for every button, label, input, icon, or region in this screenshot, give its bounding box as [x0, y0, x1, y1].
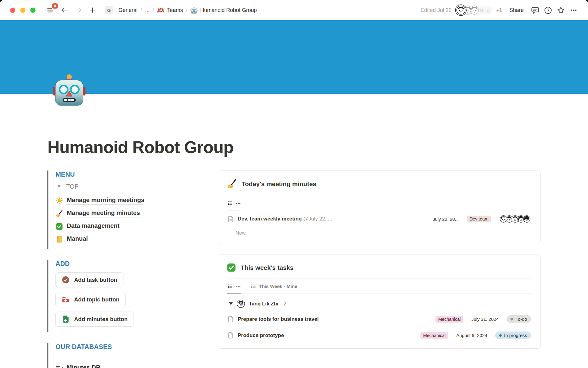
presence-overflow-count[interactable]: +1 [496, 7, 502, 13]
view-tab-default[interactable]: --- [227, 278, 241, 293]
menu-header: MENU [55, 171, 189, 178]
task-tag[interactable]: Mechanical [435, 316, 463, 323]
menu-link-label: Data management [67, 222, 119, 230]
add-task-button-label: Add task button [74, 277, 117, 283]
status-badge-todo[interactable]: To-do [507, 315, 531, 323]
favorite-button[interactable] [554, 4, 567, 16]
new-tab-button[interactable] [87, 5, 98, 16]
view-tab-default[interactable]: --- [227, 195, 241, 210]
comments-button[interactable] [529, 4, 541, 16]
menu-link-meeting-minutes[interactable]: Manage meeting minutes [55, 209, 189, 217]
databases-header: OUR DATABASES [55, 343, 189, 351]
page-title[interactable]: Humanoid Robot Group [47, 137, 541, 157]
add-minutes-button[interactable]: Add minutes button [55, 312, 134, 327]
ellipsis-icon [570, 6, 578, 14]
page-icon-robot[interactable] [52, 73, 86, 107]
menu-link-top[interactable]: TOP [55, 183, 189, 191]
minimize-window-button[interactable] [20, 8, 25, 13]
back-button[interactable] [59, 5, 70, 16]
presence-avatar-stack: M D [456, 6, 492, 15]
menu-link-morning-meetings[interactable]: Manage morning meetings [55, 197, 189, 205]
view-tab-label: --- [236, 201, 241, 206]
breadcrumb-workspace[interactable]: G General [101, 5, 139, 16]
divider [55, 357, 189, 357]
avatar-initial-d[interactable]: D [483, 6, 492, 15]
task-check-circle-icon [62, 276, 70, 284]
menu-link-manual[interactable]: Manual [55, 235, 189, 243]
check-mark-icon [227, 263, 236, 272]
arrow-left-icon [61, 6, 68, 14]
card-title[interactable]: This week's tasks [241, 264, 293, 271]
database-link-minutes-db[interactable]: Minutes DB [55, 364, 189, 368]
databases-section: OUR DATABASES Minutes DB [47, 343, 189, 368]
page-body: Humanoid Robot Group MENU TOP Manage mor… [0, 137, 588, 368]
task-tag[interactable]: Mechanical [420, 332, 448, 339]
breadcrumb-separator: / [186, 7, 187, 13]
more-options-button[interactable] [567, 4, 580, 16]
avatar-active-user[interactable] [456, 6, 466, 15]
view-tab-label: This Week - Mine [259, 284, 297, 289]
view-tab-this-week-mine[interactable]: This Week - Mine [250, 278, 298, 293]
notification-badge: 4 [52, 3, 58, 9]
notion-window: 4 G General / ... / Teams / H [0, 0, 588, 368]
group-task-count: 2 [284, 301, 286, 307]
task-title: Produce prototype [238, 332, 284, 339]
close-window-button[interactable] [10, 8, 15, 13]
flag-icon [56, 184, 62, 190]
task-due-date: July 31, 2024 [471, 316, 499, 322]
add-minutes-button-label: Add minutes button [74, 316, 128, 323]
breadcrumb-collapsed[interactable]: ... [144, 6, 151, 15]
menu-link-label: Manage meeting minutes [67, 209, 140, 217]
comment-bubble-icon [531, 6, 539, 14]
card-title[interactable]: Today's meeting minutes [242, 180, 316, 188]
window-toolbar: 4 G General / ... / Teams / H [0, 0, 588, 20]
task-title: Prepare tools for business travel [238, 316, 319, 322]
assignee-avatar-icon [237, 300, 245, 308]
right-column: Today's meeting minutes --- Dev. team we… [218, 171, 541, 359]
status-dot [499, 334, 502, 337]
menu-link-label: TOP [66, 183, 79, 191]
forward-button[interactable] [73, 5, 84, 16]
meeting-date-mention: @July 22, ... [303, 216, 332, 222]
share-button[interactable]: Share [506, 5, 527, 15]
sun-icon [55, 197, 63, 205]
teams-people-icon [157, 6, 164, 14]
face-avatar-icon [456, 6, 466, 15]
attendee-avatar[interactable] [522, 215, 531, 223]
document-icon [227, 216, 234, 223]
meeting-row[interactable]: Dev. team weekly meeting @July 22, ... J… [227, 210, 532, 228]
breadcrumb-teams[interactable]: Teams [156, 5, 184, 15]
meeting-title: Dev. team weekly meeting @July 22, ... [238, 216, 332, 222]
add-topic-button[interactable]: Add topic button [55, 292, 126, 307]
breadcrumb-teams-label: Teams [167, 7, 183, 13]
task-due-date: August 9, 2024 [456, 333, 487, 338]
plus-icon [227, 230, 233, 236]
history-button[interactable] [541, 4, 554, 16]
list-view-icon [251, 283, 256, 289]
add-task-button[interactable]: Add task button [55, 272, 123, 287]
writing-hand-icon [227, 179, 237, 189]
group-assignee-name: Tang Lik Zhi [249, 301, 278, 307]
status-badge-in-progress[interactable]: In progress [495, 332, 531, 339]
new-row-button[interactable]: New [227, 228, 532, 239]
group-header-row[interactable]: Tang Lik Zhi 2 [227, 293, 532, 311]
sidebar-toggle-button[interactable]: 4 [45, 5, 56, 16]
add-header: ADD [55, 260, 189, 268]
breadcrumb-current-page[interactable]: Humanoid Robot Group [189, 5, 258, 15]
task-row[interactable]: Prepare tools for business travel Mechan… [227, 311, 532, 327]
status-label: To-do [515, 316, 527, 322]
new-row-label: New [236, 230, 246, 236]
arrow-right-icon [75, 6, 82, 14]
task-row[interactable]: Produce prototype Mechanical August 9, 2… [227, 327, 532, 343]
meeting-title-text: Dev. team weekly meeting [238, 216, 302, 222]
breadcrumb-page-label: Humanoid Robot Group [200, 7, 257, 13]
collapse-triangle-icon[interactable] [229, 302, 233, 305]
menu-link-data-management[interactable]: Data management [55, 222, 189, 230]
face-avatar-icon [523, 215, 530, 223]
cover-image[interactable] [0, 20, 588, 94]
document-icon [227, 316, 234, 323]
compose-edit-icon [55, 364, 63, 368]
robot-emoji-icon [190, 7, 198, 14]
zoom-window-button[interactable] [30, 8, 36, 13]
team-tag[interactable]: Dev team [467, 216, 491, 222]
